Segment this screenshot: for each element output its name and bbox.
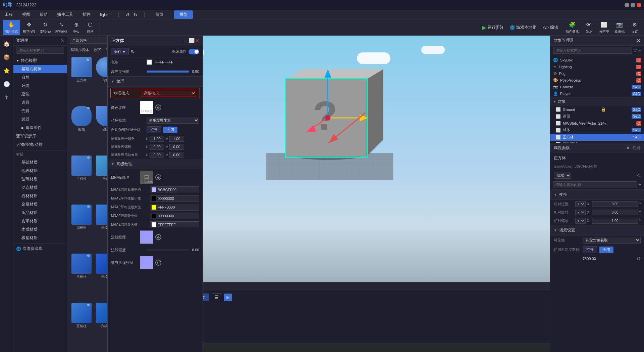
tree-nature[interactable]: 自然 (13, 73, 67, 82)
tree-basic-mat[interactable]: 基础材质 (13, 158, 67, 167)
asset-cube[interactable]: 🔍 正方体 (70, 56, 93, 103)
texture-mode-select[interactable]: 高级模式 (141, 90, 196, 96)
asset-quad-prism[interactable]: 🔍 四棱锥 (70, 203, 93, 251)
redo-button[interactable]: ↻ (132, 11, 139, 18)
prop-save-button[interactable]: 保存 ▼ (111, 48, 129, 55)
tree-characters[interactable]: 人物/怪物/动物 (13, 140, 67, 149)
highlight-slider[interactable] (147, 71, 189, 73)
menu-plugin[interactable]: 插件 (80, 10, 93, 19)
tree-rubber-mat[interactable]: 橡塑材质 (13, 234, 67, 242)
asset-cylinder[interactable]: 🔍 圆柱 (70, 105, 93, 152)
mrae-int-max-value[interactable]: FFFFFFFF (150, 221, 199, 228)
obj-fog[interactable]: 🌫 Fog C (550, 70, 644, 77)
custom-mesh-open-btn[interactable]: 打开 (583, 246, 597, 253)
attr-search-input[interactable] (553, 181, 637, 188)
client-grid-btn[interactable]: ⊞ (224, 294, 232, 301)
custom-mesh-close-btn[interactable]: 关闭 (599, 247, 613, 253)
texture-section-header[interactable]: ▼ 纹理 (108, 76, 203, 87)
obj-ball[interactable]: ⬜ 球体 S&C (550, 127, 644, 134)
pos-dropdown[interactable]: ▾ (575, 201, 586, 207)
prop-close-btn[interactable]: ✕ (195, 38, 199, 43)
pos-x-input[interactable] (592, 201, 638, 207)
scale-dropdown[interactable]: ▾ (575, 218, 586, 224)
tree-stone-mat[interactable]: 石材材质 (13, 192, 67, 200)
tree-blue-army[interactable]: 蓝军资源库 (13, 132, 67, 140)
mrae-settings-icon[interactable]: ⊙ (155, 174, 161, 180)
mrae-max-value[interactable]: FFFF0000 (150, 204, 199, 211)
settings-button[interactable]: ⚙ 设置 (628, 20, 641, 35)
diamond-icon[interactable]: ◇ (637, 173, 641, 178)
resolution-button[interactable]: ⬜ 分辨率 (597, 20, 611, 35)
tree-architecture[interactable]: 建筑 (13, 90, 67, 98)
color-texture-settings-icon[interactable]: ⊙ (155, 104, 161, 111)
plugin-shop-button[interactable]: 🧩 插件商店 (564, 20, 581, 35)
attr-panel-perf-tab[interactable]: 性能 (633, 145, 641, 151)
obj-ground[interactable]: ⬜ Ground 🔒 S&C (550, 106, 644, 113)
asset-tri-prism2[interactable]: 🔍 三棱柱 (70, 252, 93, 300)
obj-terrain[interactable]: ⬜ 画面 S&C (550, 113, 644, 120)
tool-center[interactable]: ⊕ 中心 (69, 20, 83, 35)
prop-refresh-button[interactable]: ↻ (131, 49, 135, 54)
coord-mode-select[interactable]: 使用纹理坐标 (147, 117, 199, 124)
mrae-thumb[interactable]: 🖼 T_Cartoon_Prop_UGCcsq (140, 171, 153, 184)
obj-skybox[interactable]: 🌐 SkyBox C (550, 57, 644, 63)
normal-strength-slider[interactable] (147, 249, 189, 251)
tool-scale[interactable]: ⤡ 缩放(R) (53, 20, 69, 35)
tree-props[interactable]: 道具 (13, 98, 67, 107)
obj-cube[interactable]: ⬜ 正方体 S&C (550, 134, 644, 141)
tree-metal-mat[interactable]: 金属材质 (13, 200, 67, 209)
copy-id-btn[interactable]: ⎘ (594, 164, 597, 169)
menu-lighter[interactable]: lighter (98, 11, 113, 18)
tool-use-mode[interactable]: ✋ 用用模式 (3, 20, 20, 35)
tree-static-model[interactable]: ▼ 静态模型 (13, 56, 67, 65)
maximize-button[interactable] (631, 3, 635, 7)
tree-dynamic-mat[interactable]: 动态材质 (13, 183, 67, 192)
tree-weapon[interactable]: 武器 (13, 115, 67, 124)
tree-leather-mat[interactable]: 皮革材质 (13, 217, 67, 225)
camera-button[interactable]: 📷 摄像机 (612, 20, 627, 35)
undo-button[interactable]: ↺ (124, 11, 131, 18)
tree-network[interactable]: 🌐 网络资源库 (13, 244, 67, 253)
asset-penta-prism[interactable]: 🔍 五棱柱 (70, 302, 93, 349)
basic-flow-v[interactable] (169, 152, 184, 158)
attr-panel-close[interactable]: ✕ (627, 146, 630, 150)
obj-lighting[interactable]: ☀ Lighting C (550, 63, 644, 70)
tree-shell[interactable]: 壳具 (13, 107, 67, 115)
sidebar-icon-upload[interactable]: ⬆ (1, 92, 12, 103)
sidebar-icon-home[interactable]: 🏠 (1, 38, 12, 49)
tree-basic-geo[interactable]: 基础几何体 (13, 65, 67, 73)
scene-section-header[interactable]: ▼ 场景设置 (550, 225, 644, 235)
attr-add-btn[interactable]: + (638, 182, 641, 188)
run-button[interactable]: ▶ 运行(F5) (479, 23, 506, 33)
color-swatch[interactable] (147, 59, 152, 65)
sidebar-icon-clock[interactable]: 🕐 (1, 79, 12, 89)
basic-flow-u[interactable] (150, 152, 164, 158)
sidebar-icon-star[interactable]: ⭐ (1, 65, 12, 76)
attr-mode-select[interactable]: 双端 (554, 172, 571, 179)
obj-section-header[interactable]: ▼ 对象 (550, 97, 644, 106)
basic-tiling-u[interactable] (150, 136, 164, 142)
asset-library-close[interactable]: ✕ (60, 38, 64, 43)
close-button[interactable] (637, 3, 641, 7)
tree-build-parts[interactable]: ▶ 建造组件 (13, 124, 67, 132)
obj-add-btn[interactable]: + (638, 47, 641, 53)
obj-mw-actor[interactable]: ⬜ MWStaticMeshActor_2147: C (550, 120, 644, 127)
tool-mesh[interactable]: ⬡ 网格 (84, 20, 97, 35)
obj-postprocess[interactable]: 🎨 PostProcess C (550, 77, 644, 84)
tree-terrain-mat[interactable]: 地表材质 (13, 167, 67, 175)
scale-x-input[interactable] (592, 218, 638, 224)
normal-thumb[interactable]: 1X1法线 (140, 230, 153, 244)
tab-home[interactable]: 首页 (150, 10, 169, 19)
auto-close-btn[interactable]: 关闭 (163, 127, 177, 133)
normal-settings-icon[interactable]: ⊙ (155, 234, 161, 240)
client-list-btn[interactable]: ☰ (212, 293, 221, 301)
obj-player[interactable]: 👤 Player S&C (550, 90, 644, 97)
menu-plugin-tools[interactable]: 插件工具 (55, 10, 75, 19)
code-button[interactable]: </> 编辑 (540, 23, 561, 32)
asset-search-input[interactable] (16, 47, 64, 54)
visibility-select[interactable]: 从父对象获取 (583, 237, 641, 244)
tree-glass-mat[interactable]: 玻璃材质 (13, 175, 67, 183)
detail-normal-thumb[interactable]: 1X1法线 (140, 256, 153, 269)
tree-fabric-mat[interactable]: 织品材质 (13, 209, 67, 217)
prop-expand-btn[interactable]: ⬜ (189, 38, 195, 43)
